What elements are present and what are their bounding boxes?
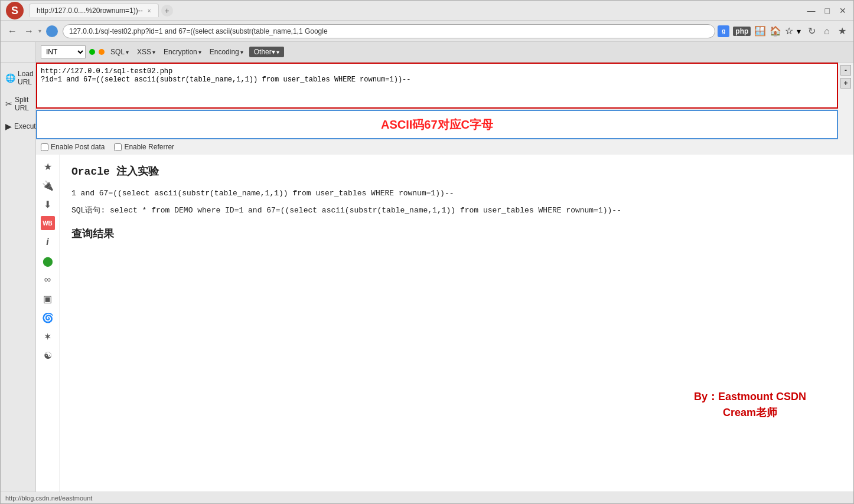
load-url-label: Load URL xyxy=(18,70,34,86)
other-menu[interactable]: Other▾ xyxy=(249,47,284,57)
nav-icons: g php 🪟 🏠 ☆ ▾ ↻ ⌂ ★ xyxy=(718,24,849,38)
google-icon[interactable]: g xyxy=(718,25,729,37)
spiral-icon[interactable]: 🌀 xyxy=(41,310,55,325)
left-icon-bar: ★ 🔌 ⬇ WB i ⬤ ∞ ▣ 🌀 ✶ ☯ xyxy=(36,155,60,492)
split-url-item[interactable]: ✂ Split URL xyxy=(1,91,35,117)
status-text: http://blog.csdn.net/eastmount xyxy=(5,495,92,502)
puzzle-icon[interactable]: 🔌 xyxy=(41,178,55,192)
forward-button[interactable]: → xyxy=(22,25,36,38)
ascii-result: ASCII码67对应C字母 xyxy=(381,117,493,133)
star-filled-icon[interactable]: ▾ xyxy=(797,27,801,36)
history-dropdown[interactable]: ▾ xyxy=(38,28,41,34)
window-controls: — □ ✕ xyxy=(807,6,846,15)
tab-label: http://127.0.0....%20rownum=1))-- xyxy=(37,6,143,15)
execute-icon: ▶ xyxy=(5,122,12,131)
refresh-button[interactable]: ↻ xyxy=(806,24,818,38)
download-icon[interactable]: ⬇ xyxy=(41,197,55,211)
url-input-box: http://127.0.0.1/sql-test02.php ?id=1 an… xyxy=(36,63,838,109)
post-data-label: Enable Post data xyxy=(51,143,105,151)
load-url-icon: 🌐 xyxy=(5,73,15,83)
info-icon[interactable]: i xyxy=(41,235,55,249)
star-icon[interactable]: ★ xyxy=(41,159,55,174)
browser-logo xyxy=(46,25,58,37)
url-section: http://127.0.0.1/sql-test02.php ?id=1 an… xyxy=(36,63,853,155)
status-bar: http://blog.csdn.net/eastmount xyxy=(1,492,853,503)
code-line-1: 1 and 67=((select ascii(substr(table_nam… xyxy=(71,188,842,200)
toolbar: INT STRING SQL XSS Encryption Encoding O… xyxy=(36,42,853,62)
url-input-row: http://127.0.0.1/sql-test02.php ?id=1 an… xyxy=(36,63,853,139)
xss-menu[interactable]: XSS xyxy=(135,47,158,57)
checkbox-row: Enable Post data Enable Referrer xyxy=(36,139,853,155)
php-icon[interactable]: php xyxy=(733,27,751,36)
windows-icon: 🪟 xyxy=(754,25,766,37)
green-dot xyxy=(89,49,95,55)
minimize-button[interactable]: — xyxy=(807,6,816,15)
url-result-area: ASCII码67对应C字母 xyxy=(36,110,838,139)
encoding-menu[interactable]: Encoding xyxy=(207,47,246,57)
sidebar: 🌐 Load URL ✂ Split URL ▶ Execute xyxy=(1,63,36,492)
sql-menu[interactable]: SQL xyxy=(108,47,131,57)
content-title: Oracle 注入实验 xyxy=(71,164,842,178)
nav-bar: ← → ▾ g php 🪟 🏠 ☆ ▾ ↻ ⌂ ★ xyxy=(1,21,853,42)
post-data-checkbox[interactable] xyxy=(41,143,48,151)
yin-yang-icon[interactable]: ☯ xyxy=(41,348,55,362)
burst-icon[interactable]: ✶ xyxy=(41,329,55,343)
content-area: ★ 🔌 ⬇ WB i ⬤ ∞ ▣ 🌀 ✶ ☯ Oracle 注入实验 1 and… xyxy=(36,155,853,492)
url-and-result: http://127.0.0.1/sql-test02.php ?id=1 an… xyxy=(36,63,838,139)
toolbar-spacer xyxy=(1,42,36,62)
code-line-2: SQL语句: select * from DEMO where ID=1 and… xyxy=(71,205,842,217)
circle-icon[interactable]: ⬤ xyxy=(41,254,55,268)
encryption-menu[interactable]: Encryption xyxy=(161,47,204,57)
post-data-checkbox-item: Enable Post data xyxy=(41,143,105,151)
signature-line1: By：Eastmount CSDN xyxy=(694,389,806,405)
referrer-checkbox[interactable] xyxy=(114,143,122,151)
result-title: 查询结果 xyxy=(71,227,842,241)
content-section: Oracle 注入实验 1 and 67=((select ascii(subs… xyxy=(60,155,853,492)
mini-buttons: - + xyxy=(838,63,853,139)
infinity-icon[interactable]: ∞ xyxy=(41,273,55,287)
load-url-item[interactable]: 🌐 Load URL xyxy=(1,65,35,91)
browser-tab[interactable]: http://127.0.0....%20rownum=1))-- × xyxy=(29,4,159,17)
orange-dot xyxy=(99,49,105,55)
referrer-checkbox-item: Enable Referrer xyxy=(114,143,174,151)
home-icon[interactable]: 🏠 xyxy=(770,25,781,37)
right-panel: http://127.0.0.1/sql-test02.php ?id=1 an… xyxy=(36,63,853,492)
toolbar-area: INT STRING SQL XSS Encryption Encoding O… xyxy=(1,42,853,63)
wb-icon[interactable]: WB xyxy=(41,216,55,230)
tab-close[interactable]: × xyxy=(148,8,151,14)
new-tab-button[interactable]: + xyxy=(161,5,173,17)
type-select[interactable]: INT STRING xyxy=(41,45,86,58)
split-url-label: Split URL xyxy=(15,96,31,112)
plus-button[interactable]: + xyxy=(840,78,851,89)
minus-button[interactable]: - xyxy=(840,65,851,76)
address-bar[interactable] xyxy=(63,24,715,38)
svg-text:S: S xyxy=(11,5,18,17)
signature: By：Eastmount CSDN Cream老师 xyxy=(694,389,806,421)
maximize-button[interactable]: □ xyxy=(825,6,830,15)
back-button[interactable]: ← xyxy=(5,25,19,38)
close-button[interactable]: ✕ xyxy=(839,6,846,15)
star-nav-icon[interactable]: ☆ xyxy=(785,25,793,37)
signature-line2: Cream老师 xyxy=(694,405,806,421)
split-url-icon: ✂ xyxy=(5,99,12,109)
title-bar: S http://127.0.0....%20rownum=1))-- × + … xyxy=(1,1,853,21)
content-wrapper: 🌐 Load URL ✂ Split URL ▶ Execute xyxy=(1,63,853,492)
grid-icon[interactable]: ▣ xyxy=(41,292,55,306)
referrer-label: Enable Referrer xyxy=(124,143,174,151)
bookmark-button[interactable]: ★ xyxy=(836,24,849,38)
url-input[interactable]: http://127.0.0.1/sql-test02.php ?id=1 an… xyxy=(37,64,837,105)
nav-home-button[interactable]: ⌂ xyxy=(822,25,832,38)
execute-item[interactable]: ▶ Execute xyxy=(1,117,35,136)
